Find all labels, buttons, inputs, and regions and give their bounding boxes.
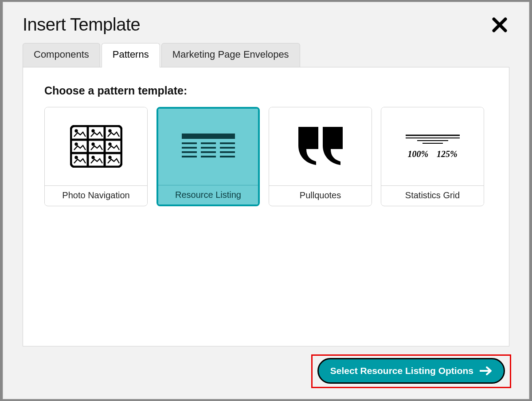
insert-template-modal: Insert Template Components Patterns Mark… [3, 2, 529, 399]
statistics-grid-icon: 100% 125% [404, 134, 462, 159]
svg-point-7 [75, 130, 77, 132]
content-panel: Choose a pattern template: [23, 67, 509, 346]
pattern-card-statistics-grid[interactable]: 100% 125% Statistics Grid [381, 107, 484, 206]
tab-patterns[interactable]: Patterns [102, 43, 160, 67]
action-button-wrap: Select Resource Listing Options [313, 354, 509, 387]
pattern-cards: Photo Navigation Resource Listi [44, 107, 488, 206]
card-label: Resource Listing [158, 185, 258, 204]
tab-marketing-page-envelopes[interactable]: Marketing Page Envelopes [161, 43, 300, 67]
svg-rect-16 [182, 134, 235, 139]
resource-listing-icon [182, 134, 235, 160]
card-label: Statistics Grid [381, 185, 484, 205]
card-icon-area [269, 107, 372, 185]
pattern-card-pullquotes[interactable]: Pullquotes [269, 107, 372, 206]
svg-point-13 [75, 157, 77, 159]
modal-header: Insert Template [23, 15, 509, 35]
card-icon-area [158, 109, 258, 185]
svg-point-9 [109, 130, 111, 132]
svg-point-12 [109, 143, 111, 145]
card-label: Pullquotes [269, 185, 372, 205]
tabs: Components Patterns Marketing Page Envel… [23, 43, 509, 67]
stat-value-b: 125% [437, 149, 458, 159]
card-icon-area: 100% 125% [381, 107, 484, 185]
card-label: Photo Navigation [45, 185, 147, 205]
arrow-right-icon [480, 366, 492, 376]
modal-footer: Select Resource Listing Options [23, 354, 509, 387]
svg-point-8 [92, 130, 94, 132]
close-icon [492, 17, 508, 33]
card-icon-area [45, 107, 147, 185]
pattern-prompt: Choose a pattern template: [44, 84, 488, 97]
svg-point-11 [92, 143, 94, 145]
pullquotes-icon [294, 127, 347, 166]
modal-title: Insert Template [23, 15, 140, 35]
photo-grid-icon [70, 125, 122, 168]
action-button-label: Select Resource Listing Options [330, 366, 473, 376]
svg-point-10 [75, 143, 77, 145]
pattern-card-photo-navigation[interactable]: Photo Navigation [44, 107, 148, 206]
svg-point-14 [92, 157, 94, 159]
pattern-card-resource-listing[interactable]: Resource Listing [156, 107, 260, 206]
svg-point-15 [109, 157, 111, 159]
tab-components[interactable]: Components [23, 43, 100, 67]
stat-value-a: 100% [407, 149, 428, 159]
select-options-button[interactable]: Select Resource Listing Options [317, 358, 505, 384]
close-button[interactable] [490, 15, 509, 35]
